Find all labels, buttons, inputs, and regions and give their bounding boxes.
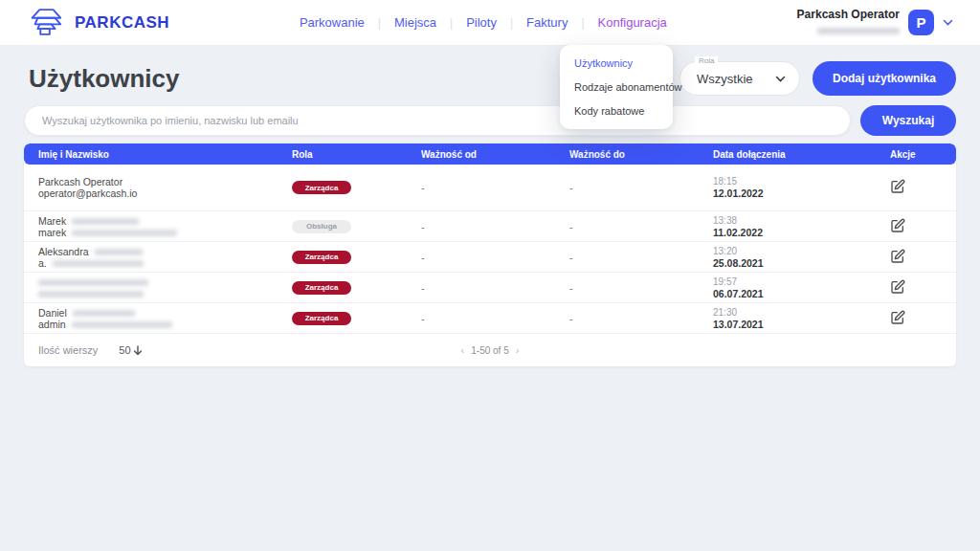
redacted-text [72,321,172,328]
joined-time: 19:57 [713,276,866,288]
user-row-email: admin [38,319,66,330]
rows-per-page-label: Ilość wierszy [38,344,98,356]
menu-item-rodzaje-abonamentow[interactable]: Rodzaje abonamentów [574,81,658,93]
user-row-name: Parkcash Operator [38,176,122,187]
column-header-valid-to: Ważność do [569,149,713,160]
nav-divider: | [378,16,381,30]
joined-date: 12.01.2022 [713,187,866,199]
menu-item-kody-rabatowe[interactable]: Kody rabatowe [574,105,658,117]
table-footer: Ilość wierszy 50 ‹ 1-50 of 5 › [24,334,956,366]
redacted-text [72,230,177,236]
edit-icon[interactable] [890,218,905,233]
chevron-down-icon [775,76,786,82]
pagination-prev-icon[interactable]: ‹ [461,344,465,356]
valid-from-value: - [421,282,569,294]
column-header-role: Rola [292,149,421,160]
table-row: Aleksandra a. Zarządca - - 13:20 25.08.2… [24,242,956,273]
role-select-label: Rola [695,56,718,65]
user-avatar[interactable]: P [908,10,934,35]
edit-icon[interactable] [890,179,905,194]
valid-to-value: - [569,313,713,324]
joined-date: 06.07.2021 [713,288,866,299]
valid-from-value: - [421,313,569,324]
user-info: Parkcash Operator [797,8,900,38]
rows-per-page-select[interactable]: 50 [119,344,142,356]
page-title: Użytkownicy [24,64,180,94]
table-row: Zarządca - - 19:57 06.07.2021 [24,273,956,303]
user-row-email: a. [38,257,47,269]
user-name: Parkcash Operator [797,8,900,21]
brand-name: PARKCASH [75,13,169,33]
valid-to-value: - [569,252,713,263]
nav-divider: | [581,16,584,30]
users-table: Imię i Nazwisko Rola Ważność od Ważność … [24,143,956,366]
edit-icon[interactable] [890,310,905,325]
valid-from-value: - [421,252,569,263]
arrow-down-icon [133,345,143,356]
nav-item-konfiguracja[interactable]: Konfiguracja [598,15,667,30]
joined-time: 13:20 [713,246,866,257]
parkcash-logo-icon [27,7,65,38]
config-dropdown: Użytkownicy Rodzaje abonamentów Kody rab… [560,45,673,129]
table-row: Marek marek Obsługa - - 13:38 11.02.2022 [24,211,956,242]
search-input[interactable] [24,105,851,136]
search-button[interactable]: Wyszukaj [860,105,956,136]
valid-to-value: - [569,182,713,193]
nav-item-parkowanie[interactable]: Parkowanie [300,15,365,30]
joined-date: 25.08.2021 [713,257,866,269]
brand-logo[interactable]: PARKCASH [27,7,169,38]
joined-time: 18:15 [713,176,866,187]
table-row: Parkcash Operator operator@parkcash.io Z… [24,165,956,211]
user-row-name: Marek [38,215,66,227]
column-header-valid-from: Ważność od [421,149,569,160]
top-header: PARKCASH Parkowanie | Miejsca | Piloty |… [0,0,980,46]
user-email-redacted [817,28,900,34]
joined-date: 11.02.2022 [713,227,866,238]
redacted-text [73,310,135,317]
edit-icon[interactable] [890,249,905,264]
nav-item-faktury[interactable]: Faktury [526,15,568,30]
valid-to-value: - [569,282,713,294]
rows-per-page-value: 50 [119,344,130,356]
nav-item-miejsca[interactable]: Miejsca [394,15,436,30]
user-row-name: Daniel [38,307,67,319]
main-nav: Parkowanie | Miejsca | Piloty | Faktury … [300,15,667,30]
user-menu[interactable]: Parkcash Operator P [797,8,953,38]
user-row-name: Aleksandra [38,246,89,257]
role-badge: Zarządca [292,181,351,194]
add-user-button[interactable]: Dodaj użytkownika [813,61,956,96]
pagination: ‹ 1-50 of 5 › [461,344,520,356]
redacted-text [38,279,148,286]
user-row-email: operator@parkcash.io [38,187,137,199]
role-badge: Zarządca [292,312,351,325]
column-header-actions: Akcje [866,149,956,160]
role-badge: Obsługa [292,220,351,233]
menu-item-uzytkownicy[interactable]: Użytkownicy [574,57,658,69]
table-header: Imię i Nazwisko Rola Ważność od Ważność … [24,143,956,165]
pagination-next-icon[interactable]: › [516,344,520,356]
redacted-text [53,260,144,267]
role-badge: Zarządca [292,251,351,264]
valid-from-value: - [421,221,569,232]
nav-item-piloty[interactable]: Piloty [466,15,497,30]
role-select[interactable]: Rola Wszystkie [679,61,800,96]
column-header-name: Imię i Nazwisko [24,149,292,160]
chevron-down-icon[interactable] [943,19,953,26]
joined-time: 13:38 [713,215,866,227]
joined-date: 13.07.2021 [713,319,866,330]
joined-time: 21:30 [713,307,866,319]
nav-divider: | [450,16,453,30]
table-row: Daniel admin Zarządca - - 21:30 13.07.20… [24,303,956,334]
valid-from-value: - [421,182,569,193]
redacted-text [38,291,144,298]
role-select-value: Wszystkie [697,72,753,86]
role-badge: Zarządca [292,281,351,295]
column-header-joined: Data dołączenia [713,149,866,160]
redacted-text [95,249,143,255]
pagination-range: 1-50 of 5 [471,345,508,356]
main-content: Użytkownicy Rola Wszystkie Dodaj użytkow… [0,57,980,366]
edit-icon[interactable] [890,279,905,295]
redacted-text [72,218,139,225]
user-row-email: marek [38,227,66,238]
nav-divider: | [510,16,513,30]
